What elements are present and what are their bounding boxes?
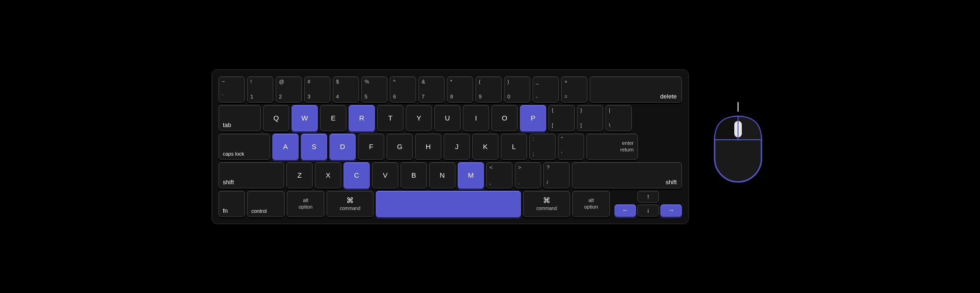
zxcv-row: shift Z X C V B N M <: [219, 162, 682, 188]
key-space[interactable]: [376, 191, 521, 217]
key-slash[interactable]: ? /: [543, 162, 570, 188]
key-y[interactable]: Y: [406, 105, 432, 131]
key-v[interactable]: V: [372, 162, 398, 188]
key-tilde[interactable]: ~ `: [219, 76, 245, 103]
key-a[interactable]: A: [272, 134, 299, 160]
key-alt-left[interactable]: alt option: [287, 191, 324, 217]
key-arrow-up[interactable]: ↑: [637, 191, 659, 203]
key-open-bracket[interactable]: { [: [549, 105, 575, 131]
key-u[interactable]: U: [434, 105, 461, 131]
key-h[interactable]: H: [415, 134, 441, 160]
key-equal[interactable]: + =: [561, 76, 587, 103]
asdf-row: caps lock A S D F G H J: [219, 134, 682, 160]
key-i[interactable]: I: [463, 105, 489, 131]
key-caps-lock[interactable]: caps lock: [219, 134, 270, 160]
mouse-svg: [710, 102, 766, 191]
key-o[interactable]: O: [491, 105, 518, 131]
key-z[interactable]: Z: [286, 162, 313, 188]
arrow-cluster: ↑ ← ↓ →: [614, 191, 682, 217]
key-3[interactable]: # 3: [304, 76, 330, 103]
key-semicolon[interactable]: : ;: [529, 134, 556, 160]
key-1[interactable]: ! 1: [247, 76, 273, 103]
key-fn[interactable]: fn: [219, 191, 245, 217]
key-cmd-right[interactable]: ⌘ command: [523, 191, 570, 217]
key-4[interactable]: $ 4: [333, 76, 359, 103]
key-g[interactable]: G: [387, 134, 413, 160]
key-9[interactable]: ( 9: [475, 76, 502, 103]
key-tab[interactable]: tab: [219, 105, 261, 131]
number-row: ~ ` ! 1 @ 2 # 3 $ 4 % 5: [219, 76, 682, 103]
key-7[interactable]: & 7: [418, 76, 445, 103]
key-0[interactable]: ) 0: [504, 76, 530, 103]
key-n[interactable]: N: [429, 162, 455, 188]
mouse: [708, 100, 768, 194]
key-6[interactable]: ^ 6: [390, 76, 416, 103]
key-m[interactable]: M: [458, 162, 484, 188]
key-j[interactable]: J: [444, 134, 470, 160]
key-l[interactable]: L: [501, 134, 527, 160]
key-period[interactable]: > .: [515, 162, 541, 188]
key-f[interactable]: F: [358, 134, 384, 160]
key-arrow-left[interactable]: ←: [614, 204, 636, 217]
key-t[interactable]: T: [377, 105, 403, 131]
key-c[interactable]: C: [344, 162, 370, 188]
bottom-row: fn control alt option ⌘ command ⌘ comman…: [219, 191, 682, 217]
key-k[interactable]: K: [472, 134, 498, 160]
key-delete[interactable]: delete: [590, 76, 682, 103]
key-backslash[interactable]: | \: [606, 105, 632, 131]
key-arrow-down[interactable]: ↓: [637, 204, 659, 217]
key-quote[interactable]: " ': [558, 134, 584, 160]
delete-label: delete: [660, 93, 677, 100]
key-w[interactable]: W: [292, 105, 318, 131]
key-shift-left[interactable]: shift: [219, 162, 284, 188]
key-5[interactable]: % 5: [361, 76, 388, 103]
key-minus[interactable]: _ -: [533, 76, 559, 103]
key-alt-right[interactable]: alt option: [572, 191, 610, 217]
key-r[interactable]: R: [349, 105, 375, 131]
arrow-bottom-row: ← ↓ →: [614, 204, 682, 217]
key-x[interactable]: X: [315, 162, 341, 188]
key-e[interactable]: E: [320, 105, 346, 131]
qwerty-row: tab Q W E R T Y U I: [219, 105, 682, 131]
key-comma[interactable]: < ,: [486, 162, 512, 188]
key-q[interactable]: Q: [263, 105, 289, 131]
key-b[interactable]: B: [401, 162, 427, 188]
key-control[interactable]: control: [247, 191, 285, 217]
key-2[interactable]: @ 2: [276, 76, 302, 103]
key-p[interactable]: P: [520, 105, 546, 131]
key-d[interactable]: D: [329, 134, 356, 160]
keyboard: ~ ` ! 1 @ 2 # 3 $ 4 % 5: [212, 69, 689, 224]
key-8[interactable]: * 8: [447, 76, 473, 103]
key-shift-right[interactable]: shift: [572, 162, 682, 188]
key-cmd-left[interactable]: ⌘ command: [327, 191, 373, 217]
key-arrow-right[interactable]: →: [660, 204, 682, 217]
arrow-top-row: ↑: [614, 191, 682, 203]
key-s[interactable]: S: [301, 134, 327, 160]
keyboard-wrapper: ~ ` ! 1 @ 2 # 3 $ 4 % 5: [202, 60, 778, 233]
key-enter[interactable]: enter return: [586, 134, 638, 160]
key-close-bracket[interactable]: } ]: [577, 105, 603, 131]
